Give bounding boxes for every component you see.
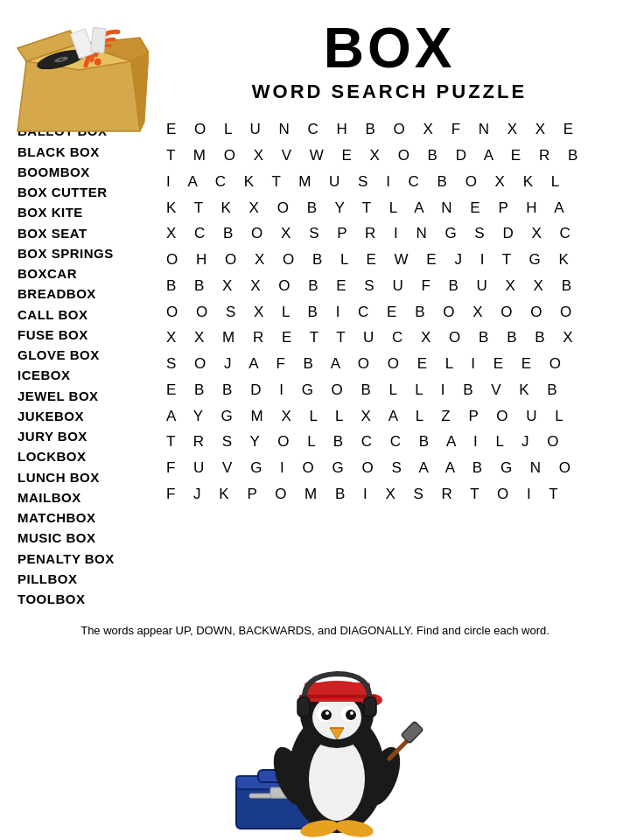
word-item-11: FUSE BOX: [18, 325, 158, 345]
puzzle-grid: E O L U N C H B O X F N X X E T M O X V …: [166, 116, 621, 507]
svg-rect-10: [91, 27, 106, 52]
word-item-3: BOOMBOX: [18, 162, 158, 182]
sub-title: WORD SEARCH PUZZLE: [149, 80, 630, 103]
word-item-10: CALL BOX: [18, 304, 158, 325]
word-item-16: JURY BOX: [18, 426, 158, 446]
svg-point-17: [309, 737, 365, 821]
svg-point-27: [321, 710, 332, 720]
word-item-13: ICEBOX: [18, 365, 158, 385]
word-item-24: TOOLBOX: [18, 589, 158, 609]
word-item-17: LOCKBOX: [18, 446, 158, 466]
word-item-2: BLACK BOX: [18, 142, 158, 162]
svg-point-28: [346, 710, 356, 720]
word-item-6: BOX SEAT: [18, 223, 158, 243]
word-item-20: MATCHBOX: [18, 508, 158, 528]
svg-marker-0: [18, 61, 140, 131]
word-item-19: MAILBOX: [18, 487, 158, 508]
word-item-23: PILLBOX: [18, 569, 158, 589]
svg-rect-24: [299, 695, 376, 698]
word-item-8: BOXCAR: [18, 263, 158, 284]
svg-point-30: [350, 711, 354, 715]
word-item-21: MUSIC BOX: [18, 528, 158, 548]
box-image: [9, 9, 149, 140]
word-item-12: GLOVE BOX: [18, 345, 158, 365]
puzzle-area: E O L U N C H B O X F N X X E T M O X V …: [158, 112, 621, 609]
word-item-22: PENALTY BOX: [18, 549, 158, 569]
word-list: BALLOT BOX BLACK BOX BOOMBOX BOX CUTTER …: [9, 112, 158, 609]
svg-rect-36: [401, 721, 423, 743]
svg-rect-40: [364, 697, 376, 717]
word-item-5: BOX KITE: [18, 202, 158, 222]
svg-rect-39: [298, 697, 310, 717]
instructions-text: The words appear UP, DOWN, BACKWARDS, an…: [80, 624, 550, 637]
word-item-7: BOX SPRINGS: [18, 243, 158, 263]
svg-point-29: [326, 711, 329, 715]
word-item-14: JEWEL BOX: [18, 386, 158, 406]
penguin-area: [0, 649, 630, 840]
main-title: BOX: [149, 18, 630, 79]
instructions: The words appear UP, DOWN, BACKWARDS, an…: [0, 622, 630, 640]
word-item-18: LUNCH BOX: [18, 467, 158, 487]
header: BOX WORD SEARCH PUZZLE: [149, 9, 630, 103]
word-item-9: BREADBOX: [18, 284, 158, 304]
word-item-15: JUKEBOX: [18, 406, 158, 426]
word-item-4: BOX CUTTER: [18, 182, 158, 202]
